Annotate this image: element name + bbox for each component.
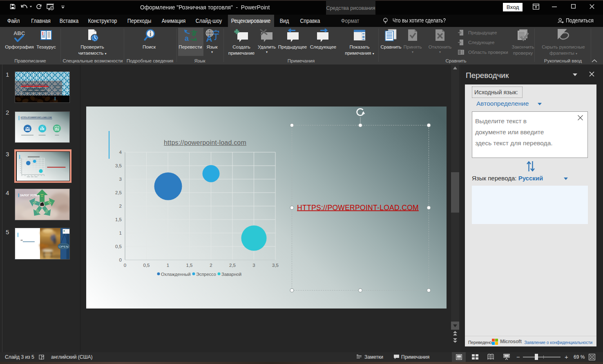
- svg-text:1: 1: [119, 231, 122, 235]
- svg-text:3: 3: [119, 177, 122, 182]
- svg-text:2: 2: [210, 263, 212, 268]
- svg-text:3,5: 3,5: [272, 263, 279, 268]
- svg-text:а: а: [185, 34, 189, 42]
- svg-text:2: 2: [119, 204, 122, 209]
- svg-text:A: A: [206, 34, 212, 42]
- svg-text:2,5: 2,5: [115, 190, 122, 195]
- svg-text:Заварной: Заварной: [221, 272, 241, 277]
- svg-text:0,5: 0,5: [143, 263, 150, 268]
- svg-text:HTTPS://POWERPOINT-LOAD.COM: HTTPS://POWERPOINT-LOAD.COM: [21, 116, 52, 118]
- svg-text:2,5: 2,5: [229, 263, 236, 268]
- svg-text:1,5: 1,5: [115, 217, 122, 222]
- svg-text:3: 3: [252, 263, 255, 268]
- svg-text:HTTPS://POWERPOINT-LOAD.COM: HTTPS://POWERPOINT-LOAD.COM: [297, 204, 419, 212]
- svg-text:1: 1: [167, 263, 169, 268]
- svg-text:OPEN: OPEN: [59, 245, 68, 249]
- svg-text:4: 4: [119, 150, 122, 155]
- svg-text:Охлажденный: Охлажденный: [161, 272, 191, 277]
- svg-text:3,5: 3,5: [115, 163, 122, 168]
- svg-text:0,5: 0,5: [115, 244, 122, 249]
- svg-text:0: 0: [124, 263, 126, 268]
- svg-text:0: 0: [119, 257, 122, 262]
- svg-text:1,5: 1,5: [186, 263, 193, 268]
- svg-text:Эспрессо: Эспрессо: [196, 272, 216, 277]
